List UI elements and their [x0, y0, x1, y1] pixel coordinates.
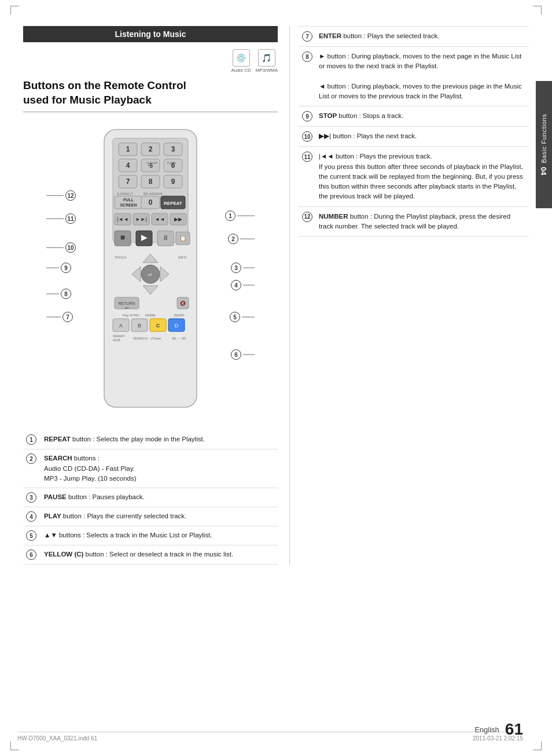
page-number: 61 — [505, 720, 523, 739]
desc-row-6: 6 YELLOW (C) button : Select or deselect… — [23, 545, 278, 565]
callout-6: 6 — [231, 349, 255, 360]
svg-text:↩: ↩ — [125, 305, 129, 311]
callout-badge-3: 3 — [26, 492, 36, 503]
svg-text:SLEEP: SLEEP — [146, 161, 157, 165]
callout-badge-2: 2 — [26, 453, 36, 464]
svg-text:vTuner: vTuner — [150, 337, 161, 340]
svg-text:SCREEN: SCREEN — [120, 203, 137, 207]
callout-number-3: 3 — [231, 263, 241, 273]
callout-number-1: 1 — [225, 211, 235, 221]
chapter-number: 04 — [540, 167, 549, 175]
svg-text:HOME: HOME — [145, 314, 156, 317]
svg-text:1: 1 — [126, 145, 130, 153]
bottom-bar: HW-D7000_XAA_0321.indd 61 2011-03-21 2:0… — [17, 732, 523, 742]
page-label: English — [474, 725, 499, 734]
corner-mark-br — [533, 742, 542, 750]
callout-10: 10 — [46, 242, 76, 253]
svg-text:TONE: TONE — [167, 161, 176, 165]
svg-text:RETURN: RETURN — [118, 301, 135, 305]
right-desc-text-11: |◄◄ button : Plays the previous track. I… — [316, 147, 529, 206]
mp3-wma-icon-badge: 🎵 MP3/WMA — [256, 49, 278, 73]
callout-7: 7 — [46, 312, 73, 322]
svg-text:▶: ▶ — [141, 233, 148, 242]
corner-mark-tr — [533, 6, 542, 14]
right-desc-row-8: 8 ► button : During playback, moves to t… — [299, 47, 529, 106]
page-footer: English 61 — [474, 720, 523, 739]
remote-image: 1 2 3 4 ·5 SLEEP 6 TONE — [93, 127, 208, 418]
chapter-tab: 04 Basic Functions — [536, 81, 552, 208]
svg-text:HUB: HUB — [113, 338, 120, 342]
callout-4: 4 — [231, 280, 255, 290]
right-desc-text-12: NUMBER button : During the Playlist play… — [316, 206, 529, 237]
audio-cd-label: Audio CD — [231, 68, 251, 73]
right-desc-text-8: ► button : During playback, moves to the… — [316, 47, 529, 106]
desc-row-4: 4 PLAY button : Plays the currently sele… — [23, 507, 278, 526]
callout-2: 2 — [228, 234, 255, 244]
right-desc-text-10: ▶▶| button : Plays the next track. — [316, 127, 529, 147]
svg-text:7: 7 — [126, 178, 130, 186]
desc-text-4: PLAY button : Plays the currently select… — [41, 507, 278, 526]
svg-text:INFO: INFO — [178, 256, 187, 259]
callout-badge-5: 5 — [26, 530, 36, 541]
callout-8: 8 — [46, 289, 71, 299]
main-content: Listening to Music 💿 Audio CD 🎵 MP3/WMA … — [23, 26, 529, 565]
svg-text:TOOLS: TOOLS — [115, 256, 126, 259]
svg-text:9: 9 — [171, 178, 175, 186]
right-desc-row-9: 9 STOP button : Stops a track. — [299, 106, 529, 127]
right-column: 7 ENTER button : Plays the selected trac… — [289, 26, 529, 565]
callout-number-7: 7 — [62, 312, 73, 322]
svg-text:3: 3 — [171, 145, 175, 153]
callout-number-8: 8 — [61, 289, 71, 299]
svg-text:↵: ↵ — [148, 272, 153, 278]
desc-row-2: 2 SEARCH buttons :Audio CD (CD-DA) - Fas… — [23, 449, 278, 488]
svg-text:■: ■ — [120, 233, 125, 242]
svg-text:2: 2 — [149, 145, 153, 153]
svg-text:▶▶: ▶▶ — [174, 216, 182, 222]
callout-badge-6: 6 — [26, 550, 36, 560]
svg-text:A: A — [119, 323, 123, 329]
page: 04 Basic Functions Listening to Music 💿 … — [0, 0, 552, 756]
svg-text:SMART: SMART — [113, 334, 125, 338]
svg-text:B: B — [138, 323, 141, 329]
left-column: Listening to Music 💿 Audio CD 🎵 MP3/WMA … — [23, 26, 289, 565]
svg-text:0: 0 — [149, 198, 153, 206]
right-desc-text-7: ENTER button : Plays the selected track. — [316, 27, 529, 47]
svg-text:S.DIRECT: S.DIRECT — [117, 192, 133, 196]
callout-badge-7: 7 — [302, 31, 312, 42]
svg-text:📋: 📋 — [179, 234, 187, 242]
callout-12: 12 — [46, 190, 76, 201]
format-icons-row: 💿 Audio CD 🎵 MP3/WMA — [23, 49, 278, 73]
callout-badge-10: 10 — [302, 131, 312, 142]
mp3-wma-icon: 🎵 — [258, 49, 275, 67]
desc-row-5: 5 ▲▼ buttons : Selects a track in the Mu… — [23, 526, 278, 545]
svg-text:⏸: ⏸ — [162, 234, 169, 242]
desc-row-1: 1 REPEAT button : Selects the play mode … — [23, 430, 278, 449]
desc-text-6: YELLOW (C) button : Select or deselect a… — [41, 545, 278, 565]
callout-number-12: 12 — [65, 190, 76, 201]
chapter-title: Basic Functions — [540, 114, 547, 163]
callout-1: 1 — [225, 211, 255, 221]
desc-text-2: SEARCH buttons :Audio CD (CD-DA) - Fast … — [41, 449, 278, 488]
svg-text:C: C — [156, 323, 160, 329]
svg-text:3D → 3D: 3D → 3D — [172, 337, 186, 340]
svg-text:◄◄: ◄◄ — [154, 216, 165, 222]
right-desc-row-11: 11 |◄◄ button : Plays the previous track… — [299, 147, 529, 206]
svg-text:FULL: FULL — [123, 198, 134, 202]
callout-9: 9 — [46, 263, 71, 273]
remote-svg: 1 2 3 4 ·5 SLEEP 6 TONE — [93, 127, 208, 416]
callout-number-11: 11 — [65, 213, 76, 224]
callout-badge-11: 11 — [302, 152, 312, 162]
footer-left: HW-D7000_XAA_0321.indd 61 — [17, 735, 97, 742]
callout-5: 5 — [230, 312, 255, 322]
audio-cd-icon-badge: 💿 Audio CD — [231, 49, 251, 73]
svg-text:|◄◄: |◄◄ — [117, 216, 128, 222]
mp3-wma-label: MP3/WMA — [256, 68, 278, 73]
callout-11: 11 — [46, 213, 76, 224]
svg-text:🔇: 🔇 — [180, 300, 186, 306]
desc-text-5: ▲▼ buttons : Selects a track in the Musi… — [41, 526, 278, 545]
svg-text:►►|: ►►| — [135, 216, 147, 222]
callout-number-5: 5 — [230, 312, 240, 322]
svg-text:4: 4 — [126, 161, 130, 169]
svg-text:SEARCH: SEARCH — [133, 337, 148, 340]
callout-badge-8: 8 — [302, 51, 312, 62]
